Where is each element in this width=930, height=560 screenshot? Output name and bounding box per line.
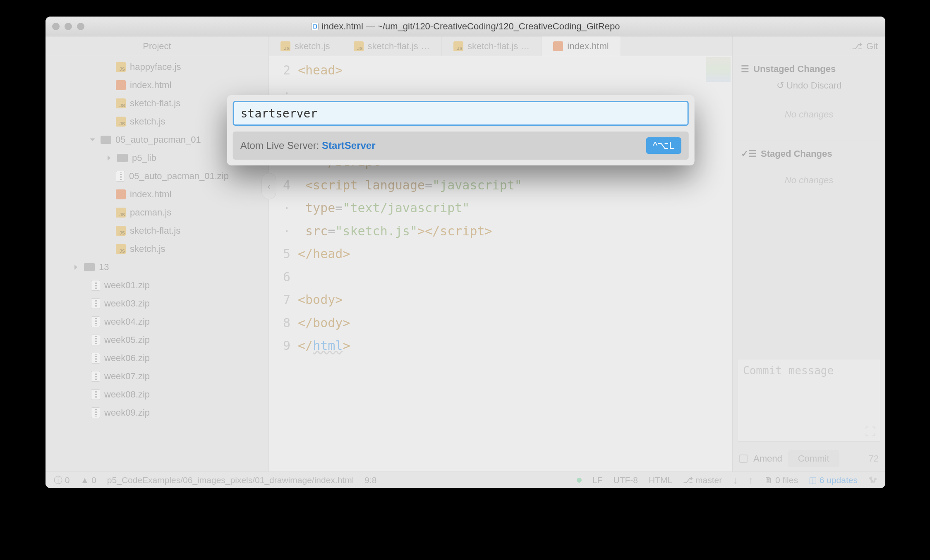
status-bar: ⓘ 0 ▲ 0 p5_CodeExamples/06_images_pixels… <box>46 471 885 488</box>
commit-char-count: 72 <box>869 453 879 464</box>
js-icon <box>116 226 126 236</box>
pull-icon[interactable]: ↓ <box>733 474 738 486</box>
editor-tabs[interactable]: sketch.jssketch-flat.js …sketch-flat.js … <box>269 36 732 56</box>
file-icon <box>311 23 319 30</box>
editor-tab[interactable]: sketch-flat.js … <box>342 36 442 56</box>
tree-item-label: sketch-flat.js <box>130 225 180 236</box>
tree-item[interactable]: 13 <box>46 258 268 276</box>
line-ending[interactable]: LF <box>592 475 603 485</box>
git-branch-icon: ⎇ <box>852 41 862 52</box>
tree-item-label: index.html <box>130 80 171 91</box>
tree-item[interactable]: sketch-flat.js <box>46 222 268 240</box>
cursor-position[interactable]: 9:8 <box>364 475 376 485</box>
panel-collapse-handle[interactable]: ‹ <box>261 173 276 199</box>
squirrel-icon[interactable]: 🐿 <box>868 475 877 485</box>
tree-item-label: week01.zip <box>104 280 150 291</box>
tree-item-label: pacman.js <box>130 207 171 218</box>
tree-item[interactable]: week07.zip <box>46 367 268 385</box>
html-icon <box>116 189 126 199</box>
tree-item[interactable]: index.html <box>46 185 268 203</box>
html-icon <box>553 41 563 51</box>
window-title: index.html — ~/um_git/120-CreativeCoding… <box>46 21 885 32</box>
tree-item-label: index.html <box>130 189 171 200</box>
tree-item[interactable]: index.html <box>46 76 268 94</box>
window-title-text: index.html — ~/um_git/120-CreativeCoding… <box>322 21 620 32</box>
tree-item[interactable]: week09.zip <box>46 404 268 422</box>
tree-item-label: sketch-flat.js <box>130 98 180 109</box>
amend-checkbox[interactable] <box>739 455 748 463</box>
editor-tab[interactable]: sketch-flat.js … <box>442 36 542 56</box>
js-icon <box>453 41 463 51</box>
command-palette-result[interactable]: Atom Live Server: StartServer ^⌥L <box>233 132 689 160</box>
check-icon: ✓☰ <box>741 148 757 159</box>
js-icon <box>116 244 126 254</box>
tree-item-label: week07.zip <box>104 371 150 382</box>
commit-button[interactable]: Commit <box>788 450 839 467</box>
encoding[interactable]: UTF-8 <box>614 475 638 485</box>
js-icon <box>116 208 126 218</box>
git-tab-label: Git <box>866 41 878 52</box>
zip-icon <box>91 407 100 418</box>
unstaged-header: ☰ Unstaged Changes <box>733 56 885 78</box>
editor-tab[interactable]: index.html <box>542 36 621 56</box>
undo-discard-button[interactable]: ↺ Undo Discard <box>733 78 885 97</box>
tree-item[interactable]: 05_auto_pacman_01.zip <box>46 167 268 185</box>
titlebar: index.html — ~/um_git/120-CreativeCoding… <box>46 17 885 36</box>
zip-icon <box>91 316 100 327</box>
undo-icon: ↺ <box>777 80 784 91</box>
zip-icon <box>116 171 125 182</box>
result-match: StartServer <box>322 140 375 151</box>
folder-icon <box>101 136 111 144</box>
push-icon[interactable]: ↑ <box>748 474 753 486</box>
tree-item[interactable]: happyface.js <box>46 58 268 76</box>
tree-item-label: week05.zip <box>104 335 150 345</box>
tree-item-label: week06.zip <box>104 353 150 364</box>
tree-item-label: sketch.js <box>130 116 165 127</box>
package-updates[interactable]: ◫ 6 updates <box>809 475 858 485</box>
tree-item[interactable]: week01.zip <box>46 276 268 294</box>
tree-item[interactable]: week03.zip <box>46 294 268 313</box>
tree-item-label: week09.zip <box>104 407 150 418</box>
zip-icon <box>91 353 100 364</box>
tree-item-label: 05_auto_pacman_01.zip <box>129 171 229 182</box>
expand-icon[interactable]: ⛶ <box>865 426 876 438</box>
warning-icon[interactable]: ▲ 0 <box>81 475 96 485</box>
language-mode[interactable]: HTML <box>649 475 672 485</box>
zip-icon <box>91 298 100 309</box>
result-prefix: Atom Live Server: <box>240 140 322 151</box>
commit-bar: Amend Commit 72 <box>733 446 885 471</box>
tree-item[interactable]: week05.zip <box>46 331 268 349</box>
editor-tab[interactable]: sketch.js <box>269 36 342 56</box>
tree-item[interactable]: week08.zip <box>46 385 268 404</box>
commit-message-input[interactable]: Commit message ⛶ <box>738 359 880 442</box>
error-icon[interactable]: ⓘ 0 <box>54 474 70 486</box>
zip-icon <box>91 389 100 400</box>
list-icon: ☰ <box>741 64 749 74</box>
js-icon <box>354 41 364 51</box>
tree-item[interactable]: week06.zip <box>46 349 268 367</box>
tree-item[interactable]: pacman.js <box>46 203 268 222</box>
command-palette: Atom Live Server: StartServer ^⌥L <box>227 95 695 165</box>
tree-item-label: week03.zip <box>104 298 150 309</box>
tree-item[interactable]: week04.zip <box>46 313 268 331</box>
js-icon <box>116 117 126 127</box>
app-window: index.html — ~/um_git/120-CreativeCoding… <box>46 17 885 488</box>
zip-icon <box>91 371 100 382</box>
git-tab[interactable]: ⎇ Git <box>733 36 885 56</box>
tree-item-label: sketch.js <box>130 244 165 254</box>
shortcut-badge: ^⌥L <box>646 137 681 154</box>
changed-files[interactable]: 🗎 0 files <box>764 475 798 485</box>
tree-item-label: week08.zip <box>104 389 150 400</box>
command-palette-input[interactable] <box>233 101 689 126</box>
tree-item[interactable]: sketch.js <box>46 240 268 258</box>
status-path[interactable]: p5_CodeExamples/06_images_pixels/01_draw… <box>107 475 354 485</box>
git-branch[interactable]: ⎇ master <box>683 475 722 485</box>
js-icon <box>116 98 126 108</box>
tree-item-label: week04.zip <box>104 316 150 327</box>
minimap[interactable] <box>706 57 731 82</box>
tree-item-label: p5_lib <box>132 153 156 163</box>
tree-item-label: 05_auto_pacman_01 <box>115 134 201 145</box>
staged-empty: No changes <box>733 163 885 206</box>
folder-icon <box>117 154 128 162</box>
folder-icon <box>84 263 95 271</box>
